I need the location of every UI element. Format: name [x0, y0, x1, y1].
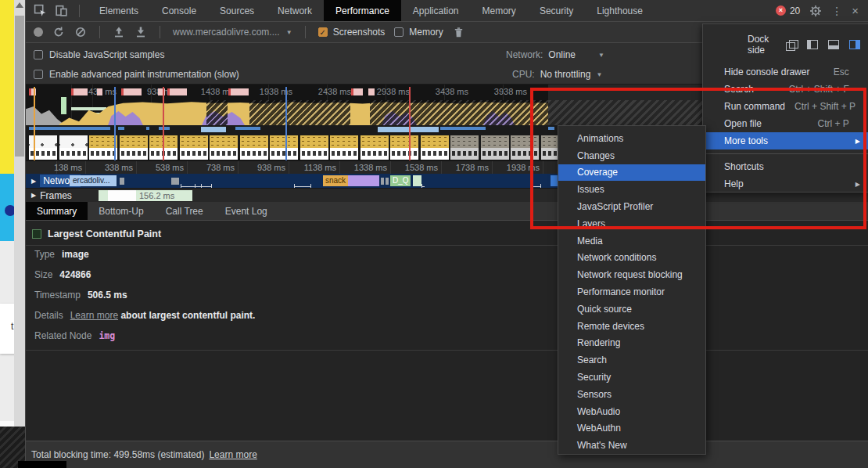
dock-left-icon[interactable]	[807, 40, 818, 49]
more-tools-menu-item[interactable]: WebAudio	[558, 403, 705, 420]
more-tools-menu-item[interactable]: Remote devices	[558, 318, 705, 335]
devtools-tab[interactable]: Sources	[208, 0, 266, 21]
menu-item[interactable]: Run command Ctrl + Shift + P ▶	[703, 98, 868, 115]
learn-more-link[interactable]: Learn more	[70, 310, 118, 321]
detail-panel-tab[interactable]: Summary	[26, 202, 88, 220]
filmstrip-frame[interactable]	[390, 135, 418, 160]
more-tools-menu-item[interactable]: Network request blocking	[558, 266, 705, 283]
dock-bottom-icon[interactable]	[828, 40, 839, 49]
timeline-tick-label: 138 ms	[38, 163, 82, 172]
more-tools-menu-item[interactable]: Quick source	[558, 301, 705, 318]
more-tools-menu-item[interactable]: Search	[558, 351, 705, 369]
more-tools-menu-item[interactable]: Security	[558, 369, 705, 386]
network-request-bar[interactable]	[171, 178, 179, 185]
network-request-bar[interactable]	[381, 178, 384, 185]
page-scrollbar[interactable]	[14, 0, 25, 427]
filmstrip-frame[interactable]	[59, 135, 88, 160]
more-tools-menu-item[interactable]: Issues	[558, 181, 705, 198]
tbt-learn-more-link[interactable]: Learn more	[209, 449, 256, 460]
cpu-throttle-control[interactable]: CPU: No throttling ▼	[512, 69, 602, 80]
load-profile-icon[interactable]	[113, 26, 125, 38]
more-tools-menu-item[interactable]: Performance monitor	[558, 283, 705, 301]
device-toolbar-icon[interactable]	[55, 4, 68, 17]
network-request-chip[interactable]: D_Q	[390, 175, 411, 186]
more-tools-menu-item[interactable]: Network conditions	[558, 250, 705, 267]
detail-panel-tab[interactable]: Call Tree	[155, 202, 214, 220]
more-tools-menu-item[interactable]: What's New	[558, 437, 705, 454]
record-button[interactable]	[34, 27, 43, 37]
selected-network-request[interactable]: ercadoliv...	[70, 175, 117, 186]
devtools-tab[interactable]: Console	[150, 0, 208, 21]
dock-right-icon[interactable]	[849, 40, 860, 49]
clear-recording-icon[interactable]	[74, 26, 87, 38]
devtools-tab[interactable]: Application	[401, 0, 471, 21]
filmstrip-frame[interactable]	[450, 135, 479, 160]
close-devtools-icon[interactable]: ×	[852, 4, 859, 17]
more-tools-menu-item[interactable]: Rendering	[558, 335, 705, 352]
network-request-chip[interactable]: snack	[323, 175, 348, 186]
network-request-chip[interactable]	[348, 175, 379, 186]
trash-icon[interactable]	[453, 27, 464, 38]
devtools-tab[interactable]: Lighthouse	[585, 0, 655, 21]
related-node-value[interactable]: img	[99, 330, 115, 341]
memory-toggle[interactable]: Memory	[394, 27, 443, 38]
network-request-chip[interactable]	[413, 175, 421, 186]
advanced-paint-checkbox[interactable]	[34, 70, 43, 79]
disclosure-triangle-icon[interactable]: ▶	[31, 192, 36, 199]
filmstrip-frame[interactable]	[511, 135, 539, 160]
error-count-badge[interactable]: × 20	[776, 5, 800, 16]
memory-label: Memory	[409, 27, 443, 38]
more-tools-menu-item[interactable]: Coverage	[558, 164, 705, 182]
advanced-paint-option[interactable]: Enable advanced paint instrumentation (s…	[34, 69, 239, 80]
disable-js-samples-checkbox[interactable]	[34, 50, 43, 59]
filmstrip-frame[interactable]	[481, 135, 509, 160]
more-tools-menu-item[interactable]: Changes	[558, 147, 705, 164]
devtools-tab[interactable]: Elements	[88, 0, 150, 21]
reload-and-record-icon[interactable]	[52, 26, 65, 38]
disable-js-samples-option[interactable]: Disable JavaScript samples	[34, 49, 164, 60]
menu-item[interactable]: Shortcuts ▶	[703, 158, 868, 175]
filmstrip-frame[interactable]	[180, 135, 208, 160]
scrollbar-thumb[interactable]	[15, 16, 24, 157]
filmstrip-frame[interactable]	[360, 135, 389, 160]
more-tools-menu-item[interactable]: JavaScript Profiler	[558, 198, 705, 215]
network-request-bar[interactable]	[386, 178, 389, 185]
save-profile-icon[interactable]	[135, 26, 147, 38]
more-tools-menu-item[interactable]: Media	[558, 232, 705, 250]
settings-gear-icon[interactable]	[809, 5, 822, 17]
more-tools-menu-item[interactable]: Layers	[558, 215, 705, 232]
network-request-bar[interactable]	[120, 178, 124, 185]
devtools-tab[interactable]: Memory	[471, 0, 528, 21]
menu-item[interactable]: Hide console drawer Esc ▶	[703, 63, 868, 81]
devtools-tab[interactable]: Network	[266, 0, 324, 21]
scrollbar-up-icon[interactable]	[16, 2, 23, 8]
more-tools-menu-item[interactable]: WebAuthn	[558, 420, 705, 437]
profile-select[interactable]: www.mercadolivre.com.... ▼	[173, 27, 292, 38]
filmstrip-frame[interactable]	[300, 135, 328, 160]
filmstrip-frame[interactable]	[421, 135, 449, 160]
detail-panel-tab[interactable]: Bottom-Up	[88, 202, 154, 220]
filmstrip-frame[interactable]	[120, 135, 148, 160]
screenshots-toggle[interactable]: ✓ Screenshots	[318, 27, 386, 38]
disclosure-triangle-icon[interactable]: ▶	[31, 178, 36, 185]
inspect-element-icon[interactable]	[34, 4, 47, 17]
filmstrip-frame[interactable]	[210, 135, 238, 160]
filmstrip-frame[interactable]	[240, 135, 268, 160]
kebab-menu-icon[interactable]: ⋮	[831, 5, 842, 17]
devtools-tab[interactable]: Security	[528, 0, 585, 21]
menu-item[interactable]: Open file Ctrl + P ▶	[703, 115, 868, 132]
filmstrip-frame[interactable]	[89, 135, 117, 160]
filmstrip-frame[interactable]	[270, 135, 298, 160]
more-tools-menu-item[interactable]: Animations	[558, 130, 705, 147]
menu-item[interactable]: Help ▶	[703, 175, 868, 193]
menu-item[interactable]: More tools ▶	[703, 132, 868, 149]
screenshots-checkbox[interactable]: ✓	[318, 27, 328, 37]
menu-item[interactable]: Search Ctrl + Shift + F ▶	[703, 81, 868, 98]
filmstrip-frame[interactable]	[330, 135, 358, 160]
undock-icon[interactable]	[786, 40, 797, 49]
detail-panel-tab[interactable]: Event Log	[214, 202, 278, 220]
devtools-tab[interactable]: Performance	[324, 0, 401, 21]
network-throttle-control[interactable]: Network: Online ▼	[506, 49, 604, 60]
memory-checkbox[interactable]	[394, 27, 404, 37]
more-tools-menu-item[interactable]: Sensors	[558, 386, 705, 403]
